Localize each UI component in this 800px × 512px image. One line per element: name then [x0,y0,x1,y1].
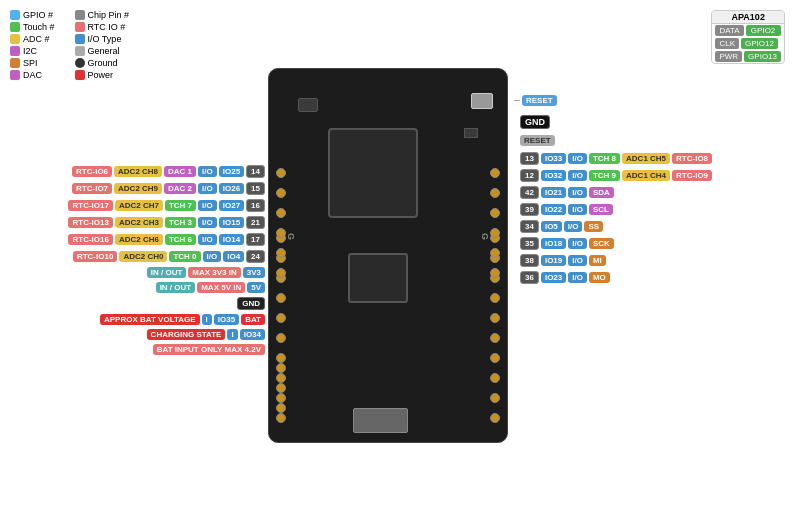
board: G G [268,68,508,443]
apa102-row: PWRGPIO13 [712,50,784,63]
legend-item: Power [75,70,130,80]
legend-item: DAC [10,70,65,80]
pin-row-io32: 12 IO32 I/O TCH 9 ADC1 CH4 RTC-IO9 [520,169,712,182]
pin-row-gnd-r: GND [520,115,712,129]
pin-row-io18: 35 IO18 I/O SCK [520,237,712,250]
apa102-row: CLKGPIO12 [712,37,784,50]
legend-item: I/O Type [75,34,130,44]
io25-tag: IO25 [219,166,244,177]
pin-row-io23: 36 IO23 I/O MO [520,271,712,284]
num14-tag: 14 [246,165,265,178]
apa102-title: APA102 [712,11,784,24]
legend: GPIO #Chip Pin #Touch #RTC IO #ADC #I/O … [10,10,129,80]
legend-item: RTC IO # [75,22,130,32]
pin-row-io33: 13 IO33 I/O TCH 8 ADC1 CH5 RTC-IO8 [520,152,712,165]
legend-item: SPI [10,58,65,68]
pin-row-charging: CHARGING STATE I IO34 [10,329,265,340]
legend-item: Chip Pin # [75,10,130,20]
reset-button-label: RESET [514,95,557,106]
pin-row-io14: RTC-IO16 ADC2 CH6 TCH 6 I/O IO14 17 [10,233,265,246]
legend-item: General [75,46,130,56]
pin-row-3v3: IN / OUT MAX 3V3 IN 3V3 [10,267,265,278]
pin-row-io21: 42 IO21 I/O SDA [520,186,712,199]
pin-row-io4: RTC-IO10 ADC2 CH0 TCH 0 I/O IO4 24 [10,250,265,263]
legend-item: ADC # [10,34,65,44]
right-pins: GND RESET 13 IO33 I/O TCH 8 ADC1 CH5 RTC… [520,115,712,288]
adc2ch8-tag: ADC2 CH8 [114,166,162,177]
pin-row-io22: 39 IO22 I/O SCL [520,203,712,216]
legend-item: Ground [75,58,130,68]
left-pins: RTC-IO6 ADC2 CH8 DAC 1 I/O IO25 14 RTC-I… [10,165,265,357]
dac1-tag: DAC 1 [164,166,196,177]
pin-row-io19: 38 IO19 I/O MI [520,254,712,267]
legend-item: I2C [10,46,65,56]
io-tag: I/O [198,166,217,177]
rtc-io6-tag: RTC-IO6 [72,166,112,177]
reset-tag: RESET [522,95,557,106]
pin-row-approx: APPROX BAT VOLTAGE I IO35 BAT [10,314,265,325]
pin-row-io25: RTC-IO6 ADC2 CH8 DAC 1 I/O IO25 14 [10,165,265,178]
pin-row-io5: 34 IO5 I/O SS [520,220,712,233]
apa102-row: DATAGPIO2 [712,24,784,37]
pin-row-batinput: BAT INPUT ONLY MAX 4.2V [10,344,265,355]
pin-row-io27: RTC-IO17 ADC2 CH7 TCH 7 I/O IO27 16 [10,199,265,212]
pin-row-io15: RTC-IO13 ADC2 CH3 TCH 3 I/O IO15 21 [10,216,265,229]
legend-item: GPIO # [10,10,65,20]
pin-row-reset-r: RESET [520,135,712,146]
pin-row-io26: RTC-IO7 ADC2 CH9 DAC 2 I/O IO26 15 [10,182,265,195]
apa102-box: APA102 DATAGPIO2CLKGPIO12PWRGPIO13 [711,10,785,64]
pin-row-gnd: GND [10,297,265,310]
legend-item: Touch # [10,22,65,32]
pin-row-5v: IN / OUT MAX 5V IN 5V [10,282,265,293]
